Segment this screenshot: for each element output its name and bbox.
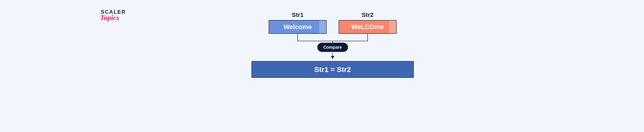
result-text: Str1 = Str2 bbox=[314, 65, 351, 74]
string-compare-diagram: Str1 Str2 Welcome WeLCOme Compare Str1 =… bbox=[236, 11, 429, 78]
result-box: Str1 = Str2 bbox=[252, 61, 414, 78]
strings-row: Welcome WeLCOme bbox=[236, 20, 429, 34]
scaler-topics-logo: SCALER Topics bbox=[101, 9, 126, 22]
labels-row: Str1 Str2 bbox=[236, 11, 429, 18]
compare-pill: Compare bbox=[318, 43, 348, 52]
str2-value: WeLCOme bbox=[351, 23, 384, 31]
compare-label: Compare bbox=[324, 45, 342, 50]
str1-box: Welcome bbox=[269, 20, 326, 34]
str1-value: Welcome bbox=[284, 23, 312, 31]
str2-box: WeLCOme bbox=[339, 20, 396, 34]
str2-label: Str2 bbox=[339, 11, 396, 18]
str1-label: Str1 bbox=[269, 11, 326, 18]
connector: Compare bbox=[269, 34, 396, 59]
